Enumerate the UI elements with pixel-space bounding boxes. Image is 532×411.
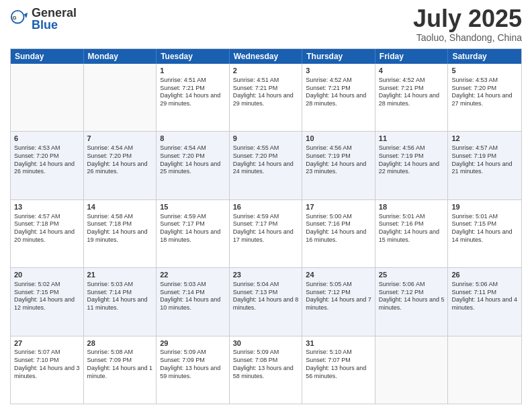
header-day-tuesday: Tuesday bbox=[157, 49, 230, 64]
cell-info: Sunrise: 4:59 AM Sunset: 7:17 PM Dayligh… bbox=[160, 213, 226, 244]
cal-cell: 25Sunrise: 5:06 AM Sunset: 7:12 PM Dayli… bbox=[375, 268, 449, 335]
cell-info: Sunrise: 4:57 AM Sunset: 7:18 PM Dayligh… bbox=[14, 213, 80, 244]
day-number: 6 bbox=[14, 134, 80, 144]
cal-cell: 29Sunrise: 5:09 AM Sunset: 7:09 PM Dayli… bbox=[157, 336, 230, 404]
week-row-5: 27Sunrise: 5:07 AM Sunset: 7:10 PM Dayli… bbox=[11, 336, 521, 404]
logo: G General Blue bbox=[10, 7, 77, 31]
cal-cell: 30Sunrise: 5:09 AM Sunset: 7:08 PM Dayli… bbox=[230, 336, 303, 404]
cal-cell: 14Sunrise: 4:58 AM Sunset: 7:18 PM Dayli… bbox=[84, 200, 157, 267]
cell-info: Sunrise: 5:01 AM Sunset: 7:16 PM Dayligh… bbox=[379, 213, 445, 244]
cell-info: Sunrise: 4:53 AM Sunset: 7:20 PM Dayligh… bbox=[451, 77, 518, 108]
day-number: 9 bbox=[233, 134, 299, 144]
cal-cell: 24Sunrise: 5:05 AM Sunset: 7:12 PM Dayli… bbox=[302, 268, 375, 335]
calendar: SundayMondayTuesdayWednesdayThursdayFrid… bbox=[10, 48, 522, 404]
cal-cell: 27Sunrise: 5:07 AM Sunset: 7:10 PM Dayli… bbox=[11, 336, 84, 404]
week-row-2: 6Sunrise: 4:53 AM Sunset: 7:20 PM Daylig… bbox=[11, 132, 521, 199]
header: G General Blue July 2025 Taoluo, Shandon… bbox=[10, 7, 522, 43]
cell-info: Sunrise: 5:05 AM Sunset: 7:12 PM Dayligh… bbox=[306, 281, 371, 312]
logo-text: General Blue bbox=[32, 7, 77, 31]
week-row-4: 20Sunrise: 5:02 AM Sunset: 7:15 PM Dayli… bbox=[11, 268, 521, 336]
cal-cell: 23Sunrise: 5:04 AM Sunset: 7:13 PM Dayli… bbox=[230, 268, 303, 335]
day-number: 23 bbox=[233, 270, 299, 280]
day-number: 22 bbox=[160, 270, 226, 280]
day-number: 17 bbox=[306, 202, 371, 212]
day-number: 10 bbox=[306, 134, 371, 144]
cal-cell: 5Sunrise: 4:53 AM Sunset: 7:20 PM Daylig… bbox=[448, 64, 521, 131]
header-day-sunday: Sunday bbox=[11, 49, 84, 64]
cell-info: Sunrise: 5:01 AM Sunset: 7:15 PM Dayligh… bbox=[451, 213, 518, 244]
cell-info: Sunrise: 4:59 AM Sunset: 7:17 PM Dayligh… bbox=[233, 213, 299, 244]
cal-cell: 20Sunrise: 5:02 AM Sunset: 7:15 PM Dayli… bbox=[11, 268, 84, 335]
cell-info: Sunrise: 5:03 AM Sunset: 7:14 PM Dayligh… bbox=[87, 281, 153, 312]
header-day-monday: Monday bbox=[84, 49, 157, 64]
cal-cell: 4Sunrise: 4:52 AM Sunset: 7:21 PM Daylig… bbox=[375, 64, 449, 131]
cal-cell: 22Sunrise: 5:03 AM Sunset: 7:14 PM Dayli… bbox=[157, 268, 230, 335]
day-number: 13 bbox=[14, 202, 80, 212]
cell-info: Sunrise: 4:55 AM Sunset: 7:20 PM Dayligh… bbox=[233, 144, 299, 176]
cell-info: Sunrise: 4:58 AM Sunset: 7:18 PM Dayligh… bbox=[87, 213, 153, 244]
cell-info: Sunrise: 5:09 AM Sunset: 7:08 PM Dayligh… bbox=[233, 349, 299, 380]
cal-cell: 28Sunrise: 5:08 AM Sunset: 7:09 PM Dayli… bbox=[84, 336, 157, 404]
cal-cell: 7Sunrise: 4:54 AM Sunset: 7:20 PM Daylig… bbox=[84, 132, 157, 199]
day-number: 20 bbox=[14, 270, 80, 280]
cell-info: Sunrise: 4:53 AM Sunset: 7:20 PM Dayligh… bbox=[14, 144, 80, 176]
cell-info: Sunrise: 4:56 AM Sunset: 7:19 PM Dayligh… bbox=[306, 144, 371, 176]
cell-info: Sunrise: 5:04 AM Sunset: 7:13 PM Dayligh… bbox=[233, 281, 299, 312]
cal-cell: 13Sunrise: 4:57 AM Sunset: 7:18 PM Dayli… bbox=[11, 200, 84, 267]
day-number: 18 bbox=[379, 202, 445, 212]
header-day-thursday: Thursday bbox=[302, 49, 375, 64]
day-number: 14 bbox=[87, 202, 153, 212]
cell-info: Sunrise: 5:03 AM Sunset: 7:14 PM Dayligh… bbox=[160, 281, 226, 312]
cal-cell: 21Sunrise: 5:03 AM Sunset: 7:14 PM Dayli… bbox=[84, 268, 157, 335]
day-number: 4 bbox=[379, 66, 445, 76]
week-row-1: 1Sunrise: 4:51 AM Sunset: 7:21 PM Daylig… bbox=[11, 64, 521, 132]
cell-info: Sunrise: 5:02 AM Sunset: 7:15 PM Dayligh… bbox=[14, 281, 80, 312]
cal-cell: 3Sunrise: 4:52 AM Sunset: 7:21 PM Daylig… bbox=[302, 64, 375, 131]
day-number: 7 bbox=[87, 134, 153, 144]
header-day-friday: Friday bbox=[375, 49, 449, 64]
logo-blue: Blue bbox=[32, 19, 77, 31]
cal-cell: 10Sunrise: 4:56 AM Sunset: 7:19 PM Dayli… bbox=[302, 132, 375, 199]
week-row-3: 13Sunrise: 4:57 AM Sunset: 7:18 PM Dayli… bbox=[11, 200, 521, 268]
cal-cell: 8Sunrise: 4:54 AM Sunset: 7:20 PM Daylig… bbox=[157, 132, 230, 199]
day-number: 29 bbox=[160, 338, 226, 349]
cell-info: Sunrise: 4:51 AM Sunset: 7:21 PM Dayligh… bbox=[233, 77, 299, 108]
cal-cell: 18Sunrise: 5:01 AM Sunset: 7:16 PM Dayli… bbox=[375, 200, 449, 267]
day-number: 21 bbox=[87, 270, 153, 280]
day-number: 11 bbox=[379, 134, 445, 144]
day-number: 15 bbox=[160, 202, 226, 212]
cal-cell: 12Sunrise: 4:57 AM Sunset: 7:19 PM Dayli… bbox=[448, 132, 521, 199]
cal-cell: 31Sunrise: 5:10 AM Sunset: 7:07 PM Dayli… bbox=[302, 336, 375, 404]
cell-info: Sunrise: 5:08 AM Sunset: 7:09 PM Dayligh… bbox=[87, 349, 153, 380]
cal-cell: 9Sunrise: 4:55 AM Sunset: 7:20 PM Daylig… bbox=[230, 132, 303, 199]
day-number: 25 bbox=[379, 270, 445, 280]
day-number: 19 bbox=[451, 202, 518, 212]
cal-cell bbox=[448, 336, 521, 404]
page: G General Blue July 2025 Taoluo, Shandon… bbox=[0, 0, 532, 411]
calendar-body: 1Sunrise: 4:51 AM Sunset: 7:21 PM Daylig… bbox=[11, 64, 521, 404]
cell-info: Sunrise: 4:57 AM Sunset: 7:19 PM Dayligh… bbox=[451, 144, 518, 176]
calendar-header: SundayMondayTuesdayWednesdayThursdayFrid… bbox=[11, 49, 521, 64]
day-number: 24 bbox=[306, 270, 371, 280]
cal-cell: 26Sunrise: 5:06 AM Sunset: 7:11 PM Dayli… bbox=[448, 268, 521, 335]
cell-info: Sunrise: 5:06 AM Sunset: 7:11 PM Dayligh… bbox=[451, 281, 518, 312]
day-number: 31 bbox=[306, 338, 371, 349]
cell-info: Sunrise: 4:54 AM Sunset: 7:20 PM Dayligh… bbox=[160, 144, 226, 176]
day-number: 3 bbox=[306, 66, 371, 76]
day-number: 27 bbox=[14, 338, 80, 349]
cell-info: Sunrise: 4:51 AM Sunset: 7:21 PM Dayligh… bbox=[160, 77, 226, 108]
cal-cell: 11Sunrise: 4:56 AM Sunset: 7:19 PM Dayli… bbox=[375, 132, 449, 199]
cal-cell: 17Sunrise: 5:00 AM Sunset: 7:16 PM Dayli… bbox=[302, 200, 375, 267]
cal-cell bbox=[11, 64, 84, 131]
cell-info: Sunrise: 4:52 AM Sunset: 7:21 PM Dayligh… bbox=[306, 77, 371, 108]
header-day-wednesday: Wednesday bbox=[230, 49, 303, 64]
day-number: 16 bbox=[233, 202, 299, 212]
cal-cell: 6Sunrise: 4:53 AM Sunset: 7:20 PM Daylig… bbox=[11, 132, 84, 199]
cal-cell: 2Sunrise: 4:51 AM Sunset: 7:21 PM Daylig… bbox=[230, 64, 303, 131]
cal-cell bbox=[84, 64, 157, 131]
day-number: 30 bbox=[233, 338, 299, 349]
logo-icon: G bbox=[10, 9, 29, 28]
day-number: 8 bbox=[160, 134, 226, 144]
cell-info: Sunrise: 4:54 AM Sunset: 7:20 PM Dayligh… bbox=[87, 144, 153, 176]
day-number: 28 bbox=[87, 338, 153, 349]
